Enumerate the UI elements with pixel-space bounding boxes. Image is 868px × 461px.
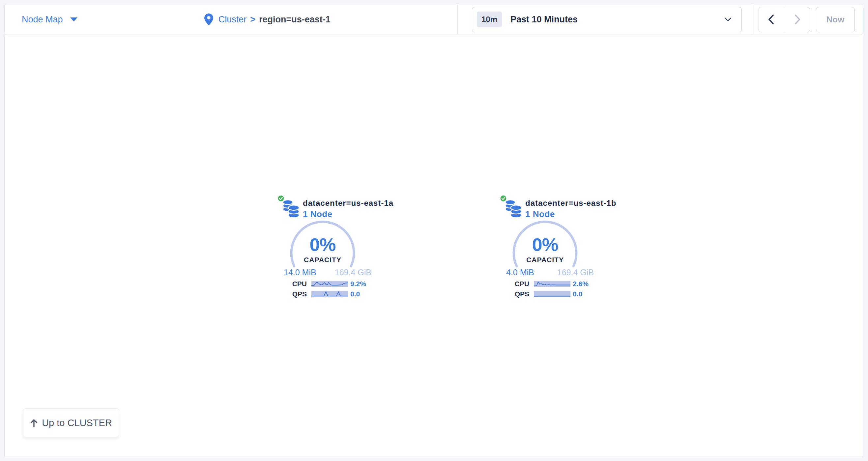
capacity-used: 4.0 MiB	[506, 268, 534, 277]
breadcrumb-current: region=us-east-1	[259, 14, 331, 25]
qps-label: QPS	[502, 291, 529, 297]
location-pin-icon	[204, 13, 213, 25]
breadcrumb-separator: >	[250, 14, 255, 25]
locality-node-count: 1 Node	[303, 209, 333, 219]
up-to-cluster-label: Up to CLUSTER	[42, 418, 112, 428]
chevron-right-icon	[792, 13, 802, 25]
header-left-section: Node Map Cluster > region=us-east-1	[5, 4, 458, 35]
capacity-total: 169.4 GiB	[335, 268, 371, 277]
qps-sparkline	[311, 291, 348, 297]
capacity-range: 4.0 MiB 169.4 GiB	[506, 268, 594, 277]
qps-value: 0.0	[573, 291, 582, 297]
capacity-range: 14.0 MiB 169.4 GiB	[284, 268, 371, 277]
locality-node-count: 1 Node	[525, 209, 555, 219]
cpu-sparkline	[534, 281, 570, 287]
capacity-percent: 0%	[489, 235, 601, 254]
header-nav-section: Now	[752, 4, 863, 35]
arrow-up-icon	[30, 419, 38, 427]
cpu-value: 9.2%	[350, 281, 366, 287]
cpu-row: CPU 9.2%	[267, 281, 379, 287]
capacity-total: 169.4 GiB	[557, 268, 594, 277]
capacity-used: 14.0 MiB	[284, 268, 316, 277]
qps-sparkline	[534, 291, 570, 297]
view-mode-selector[interactable]: Node Map	[22, 14, 78, 25]
up-to-cluster-button[interactable]: Up to CLUSTER	[23, 408, 119, 437]
cpu-label: CPU	[502, 281, 529, 287]
qps-value: 0.0	[350, 291, 360, 297]
chevron-down-icon	[724, 18, 732, 22]
time-next-button[interactable]	[784, 7, 810, 32]
time-nav-group	[758, 7, 810, 32]
database-icon	[505, 199, 523, 220]
qps-row: QPS 0.0	[489, 291, 601, 297]
breadcrumb-cluster-link[interactable]: Cluster	[218, 14, 247, 25]
locality-title: datacenter=us-east-1a	[303, 199, 394, 208]
capacity-percent: 0%	[267, 235, 379, 254]
time-range-selector[interactable]: 10m Past 10 Minutes	[472, 7, 742, 32]
qps-row: QPS 0.0	[267, 291, 379, 297]
cpu-sparkline	[311, 281, 348, 287]
capacity-label: CAPACITY	[267, 256, 379, 264]
node-map-canvas: datacenter=us-east-1a 1 Node 0% CAPACITY…	[4, 35, 863, 456]
caret-down-icon	[70, 18, 78, 22]
view-mode-label: Node Map	[22, 14, 63, 25]
locality-card[interactable]: datacenter=us-east-1a 1 Node 0% CAPACITY…	[267, 193, 379, 305]
header-time-section: 10m Past 10 Minutes	[458, 4, 752, 35]
breadcrumb: Cluster > region=us-east-1	[204, 13, 331, 25]
time-range-label: Past 10 Minutes	[510, 14, 578, 25]
time-range-badge: 10m	[477, 11, 502, 27]
header-bar: Node Map Cluster > region=us-east-1 10m …	[4, 4, 863, 35]
breadcrumb-wrap: Cluster > region=us-east-1	[78, 13, 457, 25]
capacity-label: CAPACITY	[489, 256, 601, 264]
locality-title: datacenter=us-east-1b	[525, 199, 616, 208]
locality-card[interactable]: datacenter=us-east-1b 1 Node 0% CAPACITY…	[489, 193, 601, 305]
cpu-value: 2.6%	[573, 281, 589, 287]
chevron-left-icon	[767, 13, 776, 25]
qps-label: QPS	[280, 291, 307, 297]
cpu-label: CPU	[280, 281, 307, 287]
now-button[interactable]: Now	[816, 7, 855, 32]
cpu-row: CPU 2.6%	[489, 281, 601, 287]
database-icon	[282, 199, 300, 220]
time-prev-button[interactable]	[758, 7, 784, 32]
